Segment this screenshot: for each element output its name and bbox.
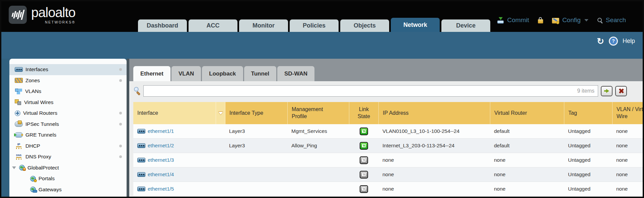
sidebar-item-label: IPSec Tunnels [25,121,59,127]
search-icon [597,17,603,23]
lock-icon[interactable] [538,19,543,23]
table-row: ethernet1/4 none none Untagged none [133,167,643,182]
dot-indicator [119,123,122,126]
commit-button[interactable]: Commit [507,16,529,24]
app-window: paloalto NETWORKS® Dashboard ACC Monitor… [0,0,644,198]
interfaces-icon [15,67,23,72]
sidebar-item-dhcp[interactable]: DHCP [9,141,127,152]
sidebar-item-gateways[interactable]: Gateways [9,184,127,195]
table-pane: 9 items Interface Interface Type Managem… [129,81,643,197]
interface-link[interactable]: ethernet1/1 [137,128,225,134]
main-area: Interfaces Zones VLANs Virtual Wires [1,59,643,197]
sidebar-splitter[interactable] [127,59,129,197]
sidebar-item-zones[interactable]: Zones [9,75,127,86]
col-header-interface[interactable]: Interface [133,102,216,124]
tab-vlan[interactable]: VLAN [171,66,201,81]
chevron-down-icon[interactable] [584,19,588,21]
cell-tag: Untagged [564,157,612,163]
help-icon[interactable]: ? [609,37,618,46]
cell-interface-type: Layer3 [225,128,287,134]
tab-sdwan[interactable]: SD-WAN [277,66,314,81]
refresh-icon[interactable]: ↻ [597,38,604,45]
sidebar-item-virtual-routers[interactable]: Virtual Routers [9,108,127,119]
top-bar: paloalto NETWORKS® Dashboard ACC Monitor… [1,1,643,32]
sidebar-item-portals[interactable]: Portals [9,173,127,184]
sidebar-item-gre-tunnels[interactable]: GRE Tunnels [9,130,127,141]
cell-ip-address: Internet_L3_203-0-113-254--24 [378,143,490,149]
tab-dashboard[interactable]: Dashboard [138,19,187,32]
tab-monitor[interactable]: Monitor [239,19,288,32]
dot-indicator [119,68,122,71]
cell-ip-address: none [378,171,490,178]
interface-link[interactable]: ethernet1/2 [137,143,225,149]
apply-filter-button[interactable] [601,86,613,96]
cell-vlan-wire: none [612,157,643,163]
col-header-link-state[interactable]: Link State [349,102,379,124]
tab-policies[interactable]: Policies [290,19,339,32]
interface-link[interactable]: ethernet1/3 [137,157,225,163]
clear-filter-button[interactable] [615,86,627,96]
sort-triangle-icon [218,112,223,115]
cell-vlan-wire: none [612,143,643,149]
cell-ip-address: none [378,186,490,192]
col-header-virtual-router[interactable]: Virtual Router [490,102,564,124]
interface-icon [137,129,145,134]
tab-loopback[interactable]: Loopback [202,66,243,81]
top-utilities: Commit Config Search [497,16,626,24]
red-x-icon [619,89,624,93]
link-up-icon [360,128,368,135]
dot-indicator [119,112,122,114]
items-count: 9 items [577,88,594,94]
sidebar-item-interfaces[interactable]: Interfaces [9,64,127,75]
search-row: 9 items [129,81,643,97]
cell-ip-address: none [378,157,490,163]
col-header-management-profile[interactable]: Management Profile [288,102,349,124]
magnifier-icon [133,87,141,95]
interface-link[interactable]: ethernet1/5 [137,186,225,192]
col-header-tag[interactable]: Tag [564,102,613,124]
cell-tag: Untagged [564,171,612,178]
col-header-ip-address[interactable]: IP Address [379,102,490,124]
sidebar-item-globalprotect[interactable]: GlobalProtect [9,162,127,174]
sidebar-item-label: Virtual Wires [24,99,54,105]
interface-link[interactable]: ethernet1/4 [137,171,225,178]
virtual-wires-icon [15,99,21,105]
expand-caret-icon[interactable] [12,166,16,169]
cell-vlan-wire: none [612,171,643,178]
table-row: ethernet1/3 none none Untagged none [133,153,643,167]
search-button[interactable]: Search [606,16,626,24]
cell-virtual-router: none [490,157,564,163]
table-header: Interface Interface Type Management Prof… [133,102,643,124]
config-button[interactable]: Config [562,16,581,24]
sidebar-item-dns-proxy[interactable]: DNS Proxy [9,151,127,162]
cell-ip-address: VLAN0100_L3_10-1-100-254--24 [378,128,490,134]
sidebar-item-vlans[interactable]: VLANs [9,86,127,97]
tab-acc[interactable]: ACC [189,19,237,32]
globalprotect-icon [19,165,25,170]
dhcp-icon [15,143,23,149]
col-header-vlan-wire[interactable]: VLAN / VirtualWire [613,102,643,124]
sidebar-item-label: Zones [25,78,40,84]
help-link[interactable]: Help [623,38,635,45]
interface-icon [137,187,145,191]
tab-objects[interactable]: Objects [340,19,389,32]
sort-dropdown-button[interactable] [216,102,225,124]
brand-name: paloalto [31,6,75,19]
tab-network[interactable]: Network [391,18,440,32]
tab-device[interactable]: Device [441,19,490,32]
tab-ethernet[interactable]: Ethernet [133,66,170,81]
sidebar-item-virtual-wires[interactable]: Virtual Wires [9,97,127,108]
cell-link-state [349,156,378,164]
green-arrow-icon [604,89,609,93]
virtual-routers-icon [15,110,20,116]
interfaces-table: Interface Interface Type Management Prof… [133,102,643,196]
col-header-interface-type[interactable]: Interface Type [225,102,288,124]
cell-interface-type: Layer3 [225,143,287,149]
link-down-icon [360,156,368,164]
filter-input[interactable] [147,88,577,94]
sidebar-item-label: GRE Tunnels [25,132,56,138]
sidebar-item-partial[interactable] [9,195,127,197]
interface-icon [137,158,145,162]
tab-tunnel[interactable]: Tunnel [244,66,276,81]
sidebar-item-ipsec-tunnels[interactable]: IPSec Tunnels [9,119,127,130]
